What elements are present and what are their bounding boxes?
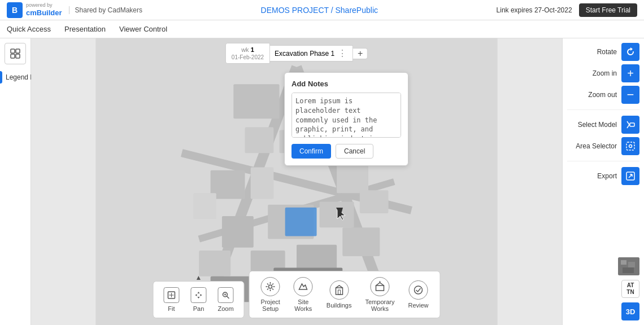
at-tn-badge[interactable]: ATTN [621,280,639,298]
nav-bar: Quick Access Presentation Viewer Control [0,20,644,38]
phase-menu-button[interactable]: ⋮ [338,48,347,59]
svg-rect-19 [337,165,368,194]
select-model-button[interactable] [621,116,639,134]
svg-line-37 [227,296,229,298]
area-selector-tool-row: Area Selector [567,137,639,155]
shared-by-label: Shared by CadMakers [69,6,142,14]
add-notes-dialog: Add Notes Lorem ipsum is placeholder tex… [284,72,408,166]
pan-tool[interactable]: Pan [185,285,212,314]
svg-rect-0 [11,49,15,53]
brand-name: cmBuilder [26,8,62,17]
logo-area: B powered by cmBuilder [7,2,62,18]
svg-rect-47 [626,142,634,150]
buildings-icon [329,280,349,300]
area-selector-button[interactable] [621,137,639,155]
wk-label: wk [241,46,249,53]
project-setup-label: ProjectSetup [261,298,280,312]
timeline-bar: wk 1 01-Feb-2022 Excavation Phase 1 ⋮ + [225,43,368,64]
export-tool-row: Export [567,167,639,185]
zoom-in-label: Zoom in [593,69,617,77]
nav-presentation[interactable]: Presentation [64,21,106,37]
fit-label: Fit [168,305,175,312]
temporary-works-icon [370,277,389,296]
export-label: Export [597,172,617,180]
logo-text: powered by cmBuilder [26,2,62,17]
zoom-in-button[interactable]: + [621,64,639,82]
pan-icon [190,287,206,303]
dialog-title: Add Notes [291,80,401,88]
review-icon [408,280,428,300]
map-thumbnail [618,257,639,275]
svg-rect-14 [245,127,274,153]
buildings-tool[interactable]: Buildings [320,278,359,311]
svg-rect-52 [628,262,635,267]
week-badge: wk 1 01-Feb-2022 [225,43,270,64]
svg-rect-1 [16,49,20,53]
at-tn-label: ATTN [626,282,634,296]
zoom-out-button[interactable]: − [621,86,639,104]
svg-rect-46 [630,123,634,126]
collapse-arrow[interactable]: ▲ [195,274,202,282]
logo-icon: B [7,2,23,18]
area-selector-label: Area Selector [576,142,617,150]
review-tool[interactable]: Review [401,278,435,311]
right-bottom-area: ATTN 3D [618,257,639,320]
fit-tool[interactable]: Fit [158,285,185,314]
select-model-tool-row: Select Model [567,116,639,134]
project-title: DEMOS PROJECT / SharePublic [261,6,378,15]
zoom-out-tool-row: Zoom out − [567,86,639,104]
rotate-button[interactable] [621,43,639,61]
project-name: DEMOS PROJECT [261,6,329,15]
project-setup-icon [261,277,280,296]
svg-rect-32 [193,193,216,219]
cancel-button[interactable]: Cancel [336,144,373,159]
svg-point-40 [269,285,272,288]
svg-point-48 [629,145,632,148]
site-works-tool[interactable]: Site Works [287,275,320,314]
share-name: SharePublic [336,6,378,15]
zoom-in-icon: + [627,67,634,80]
temporary-works-tool[interactable]: TemporaryWorks [358,275,401,314]
left-sidebar: Legend List [0,38,31,325]
svg-rect-3 [16,54,20,58]
nav-quick-access[interactable]: Quick Access [7,21,51,37]
pan-label: Pan [193,305,204,312]
svg-rect-12 [233,84,279,118]
three-d-button[interactable]: 3D [621,302,639,320]
zoom-icon [218,287,234,303]
zoom-tool[interactable]: Zoom [212,285,239,314]
zoom-out-label: Zoom out [588,91,617,99]
dialog-actions: Confirm Cancel [291,144,401,159]
link-expires-label: Link expires 27-Oct-2022 [497,6,572,14]
grid-view-button[interactable] [5,43,26,64]
add-phase-button[interactable]: + [353,48,368,59]
svg-rect-2 [11,54,15,58]
site-works-icon [294,277,313,296]
rotate-tool-row: Rotate [567,43,639,61]
project-setup-tool[interactable]: ProjectSetup [254,275,287,314]
confirm-button[interactable]: Confirm [291,144,331,159]
basic-tools-group: ▲ Fit [153,281,244,318]
select-model-label: Select Model [578,121,617,129]
right-sidebar: Rotate Zoom in + Zoom out − Select [562,38,644,325]
viewer-area: wk 1 01-Feb-2022 Excavation Phase 1 ⋮ + [31,38,562,325]
zoom-in-tool-row: Zoom in + [567,64,639,82]
export-button[interactable] [621,167,639,185]
legend-icon [0,71,2,84]
svg-rect-17 [251,168,274,199]
nav-viewer-control[interactable]: Viewer Control [119,21,167,37]
phase-badge: Excavation Phase 1 ⋮ [270,45,353,62]
start-trial-button[interactable]: Start Free Trial [579,3,637,17]
header-right: Link expires 27-Oct-2022 Start Free Tria… [497,3,637,17]
svg-rect-23 [320,202,354,228]
phase-label: Excavation Phase 1 [275,50,334,58]
temporary-works-label: TemporaryWorks [365,298,394,312]
review-label: Review [408,302,428,309]
separator-2 [567,161,639,161]
zoom-out-icon: − [627,89,634,101]
svg-rect-51 [621,260,626,265]
svg-rect-43 [376,286,384,291]
svg-rect-21 [222,216,254,248]
separator-1 [567,109,639,110]
notes-textarea[interactable]: Lorem ipsum is placeholder text commonly… [291,93,401,138]
